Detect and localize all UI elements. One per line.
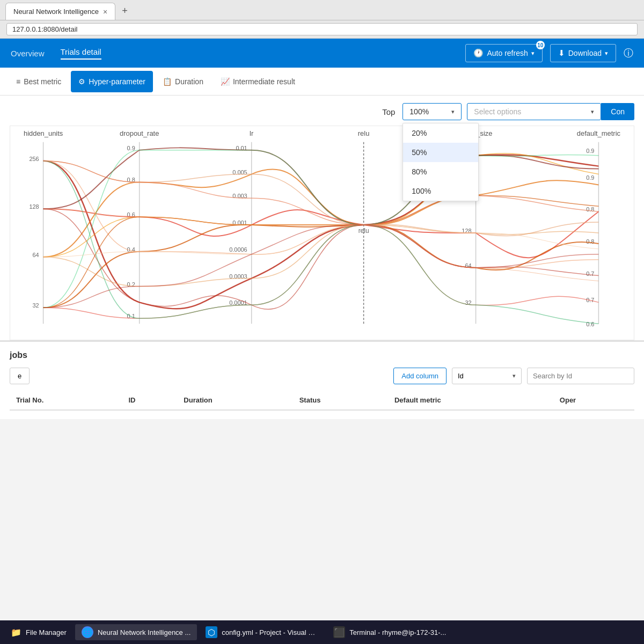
chevron-down-icon: ▾: [531, 50, 535, 57]
download-icon: ⬇: [558, 48, 565, 58]
tab-intermediate-result[interactable]: 📈 Intermediate result: [213, 71, 303, 92]
tab-best-metric[interactable]: ≡ Best metric: [9, 71, 69, 92]
intermediate-result-icon: 📈: [221, 77, 230, 86]
browser-chrome: Neural Network Intelligence × +: [0, 0, 644, 20]
duration-icon: 📋: [163, 77, 172, 86]
auto-refresh-label: Auto refresh: [487, 49, 528, 57]
address-bar: [0, 20, 644, 39]
hyper-parameter-label: Hyper-parameter: [89, 77, 145, 86]
search-input[interactable]: [527, 368, 634, 384]
svg-text:default_metric: default_metric: [577, 129, 621, 137]
refresh-icon: 🕐: [473, 48, 484, 58]
top-label: Top: [382, 107, 395, 116]
folder-icon: 📁: [11, 627, 21, 638]
download-chevron-icon: ▾: [605, 50, 608, 57]
address-input[interactable]: [6, 23, 638, 35]
svg-text:0.9: 0.9: [586, 148, 594, 154]
top-chevron-icon: ▾: [451, 108, 455, 115]
svg-text:0.8: 0.8: [586, 206, 594, 213]
svg-text:relu: relu: [358, 227, 369, 235]
jobs-table: Trial No. ID Duration Status Default met…: [10, 391, 634, 411]
active-tab[interactable]: Neural Network Intelligence ×: [5, 3, 115, 20]
option-80[interactable]: 80%: [403, 162, 478, 181]
svg-text:lr: lr: [250, 129, 254, 137]
svg-text:0.6: 0.6: [586, 321, 594, 327]
tab-duration[interactable]: 📋 Duration: [155, 71, 211, 92]
tabs-row: ≡ Best metric ⚙ Hyper-parameter 📋 Durati…: [0, 68, 644, 96]
terminal-icon: ⬛: [333, 626, 345, 638]
confirm-button[interactable]: Con: [601, 103, 634, 120]
nav-trials-detail[interactable]: Trials detail: [61, 47, 101, 60]
parallel-chart-svg: hidden_units dropout_rate lr relu batch_…: [10, 126, 634, 340]
close-icon[interactable]: ×: [103, 8, 107, 16]
taskbar-terminal[interactable]: ⬛ Terminal - rhyme@ip-172-31-...: [327, 624, 452, 640]
svg-text:0.9: 0.9: [586, 174, 594, 181]
best-metric-label: Best metric: [24, 77, 61, 86]
svg-text:dropout_rate: dropout_rate: [120, 129, 159, 137]
select-options-chevron-icon: ▾: [591, 108, 594, 115]
chrome-icon: 🌐: [82, 626, 93, 638]
tab-hyper-parameter[interactable]: ⚙ Hyper-parameter: [71, 71, 153, 92]
percentage-dropdown: 20% 50% 80% 100%: [402, 123, 479, 201]
hyper-parameter-icon: ⚙: [78, 77, 85, 86]
svg-text:64: 64: [32, 252, 39, 258]
main-content: Top 100% ▾ 20% 50% 80% 100% Select optio…: [0, 96, 644, 340]
table-controls: e Add column Id ▾: [10, 368, 634, 384]
top-value: 100%: [409, 107, 429, 116]
col-id: ID: [122, 391, 177, 410]
svg-text:0.7: 0.7: [586, 270, 594, 277]
download-label: Download: [568, 49, 602, 57]
taskbar-browser[interactable]: 🌐 Neural Network Intelligence ...: [75, 624, 197, 640]
intermediate-result-label: Intermediate result: [233, 77, 295, 86]
refresh-badge: 10: [536, 41, 545, 49]
svg-text:0.8: 0.8: [586, 238, 594, 245]
option-20[interactable]: 20%: [403, 123, 478, 143]
best-metric-icon: ≡: [16, 77, 20, 86]
header-actions: 🕐 Auto refresh 10 ▾ ⬇ Download ▾ ⓘ: [465, 44, 633, 62]
vscode-label: config.yml - Project - Visual S...: [222, 628, 318, 636]
jobs-title: jobs: [10, 350, 634, 360]
auto-refresh-button[interactable]: 🕐 Auto refresh 10 ▾: [465, 44, 542, 62]
svg-text:0.0006: 0.0006: [229, 246, 247, 253]
col-oper: Oper: [553, 391, 634, 410]
svg-text:hidden_units: hidden_units: [24, 129, 63, 137]
file-manager-label: File Manager: [26, 628, 67, 636]
action-button[interactable]: e: [10, 368, 30, 384]
download-button[interactable]: ⬇ Download ▾: [550, 44, 616, 62]
col-trial-no: Trial No.: [10, 391, 122, 410]
filter-chevron-icon: ▾: [513, 372, 516, 379]
taskbar-file-manager[interactable]: 📁 File Manager: [4, 625, 73, 640]
svg-text:relu: relu: [358, 129, 370, 137]
app-header: Overview Trials detail 🕐 Auto refresh 10…: [0, 39, 644, 68]
svg-text:256: 256: [29, 156, 39, 162]
controls-row: Top 100% ▾ 20% 50% 80% 100% Select optio…: [10, 103, 634, 120]
col-default-metric: Default metric: [388, 391, 553, 410]
select-options-dropdown[interactable]: Select options ▾: [467, 103, 601, 120]
vscode-icon: ⬡: [206, 626, 217, 638]
col-duration: Duration: [177, 391, 292, 410]
table-section: jobs e Add column Id ▾ Trial No. ID Dura…: [0, 340, 644, 419]
select-options-label: Select options: [474, 107, 521, 116]
svg-text:128: 128: [29, 203, 39, 210]
option-100[interactable]: 100%: [403, 181, 478, 201]
chart-area: hidden_units dropout_rate lr relu batch_…: [10, 126, 634, 340]
browser-label: Neural Network Intelligence ...: [98, 628, 191, 636]
add-column-button[interactable]: Add column: [393, 368, 447, 384]
taskbar-vscode[interactable]: ⬡ config.yml - Project - Visual S...: [199, 624, 325, 640]
new-tab-button[interactable]: +: [118, 4, 132, 18]
id-filter-select[interactable]: Id ▾: [452, 368, 522, 384]
tab-title: Neural Network Intelligence: [13, 8, 99, 16]
col-status: Status: [293, 391, 388, 410]
nav-overview[interactable]: Overview: [11, 49, 45, 58]
terminal-label: Terminal - rhyme@ip-172-31-...: [349, 628, 446, 636]
filter-label: Id: [458, 372, 464, 380]
info-icon[interactable]: ⓘ: [624, 47, 633, 60]
option-50[interactable]: 50%: [403, 143, 478, 162]
taskbar: 📁 File Manager 🌐 Neural Network Intellig…: [0, 620, 644, 644]
svg-text:32: 32: [32, 302, 39, 309]
duration-label: Duration: [175, 77, 203, 86]
app-nav: Overview Trials detail: [11, 47, 101, 60]
svg-text:0.9: 0.9: [127, 145, 135, 151]
top-percentage-select[interactable]: 100% ▾ 20% 50% 80% 100%: [402, 103, 462, 120]
